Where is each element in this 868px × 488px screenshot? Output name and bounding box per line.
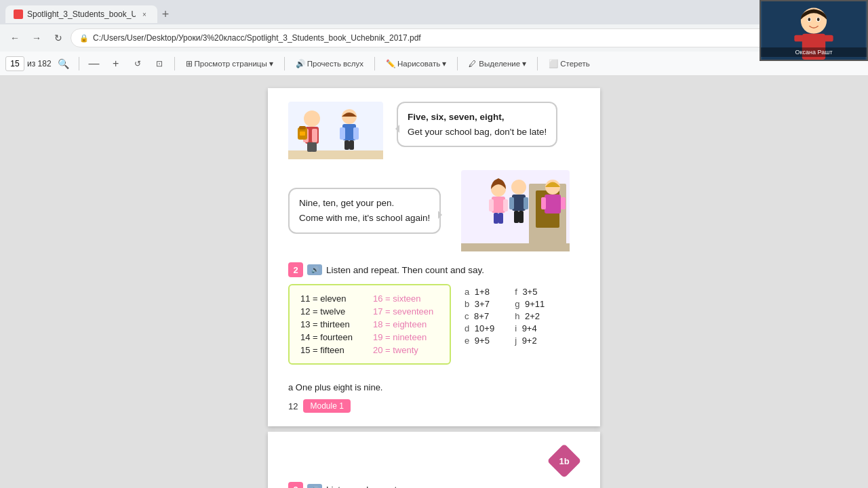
draw-label: Нарисовать xyxy=(397,60,440,68)
view-pages-button[interactable]: ⊞ Просмотр страницы ▾ xyxy=(180,57,279,70)
fit-page-button[interactable]: ⊡ xyxy=(150,54,169,73)
section-2-instruction: Listen and repeat. Then count and say. xyxy=(326,265,484,275)
highlight-icon: 🖊 xyxy=(469,60,477,68)
svg-rect-9 xyxy=(299,126,306,129)
draw-button[interactable]: ✏️ Нарисовать ▾ xyxy=(380,57,452,70)
address-bar[interactable]: 🔒 C:/Users/User/Desktop/Уроки/3%20класс/… xyxy=(71,28,819,47)
num-13: 13 = thirteen xyxy=(300,319,353,329)
ex-e: e 9+5 xyxy=(465,336,494,346)
poem1-line1: Five, six, seven, eight, xyxy=(408,110,547,125)
highlight-label: Выделение xyxy=(479,60,520,68)
poem1-line2: Get your school bag, don't be late! xyxy=(408,125,547,140)
svg-rect-13 xyxy=(340,127,345,140)
back-button[interactable]: ← xyxy=(5,28,24,47)
section-3-instruction: Listen and repeat. xyxy=(326,485,399,489)
search-pdf-button[interactable]: 🔍 xyxy=(54,54,73,73)
audio-icon-3[interactable]: 🔊 xyxy=(307,484,322,488)
view-pages-label: Просмотр страницы xyxy=(195,60,267,68)
webcam-overlay: Оксана Рашт xyxy=(760,0,868,61)
speech-bubble-1: Five, six, seven, eight, Get your school… xyxy=(397,102,557,147)
view-pages-icon: ⊞ xyxy=(186,59,193,68)
ex-d: d 10+9 xyxy=(465,323,494,333)
active-tab[interactable]: Spotlight_3_Students_book_Uch... × xyxy=(5,5,157,23)
page-input[interactable] xyxy=(5,56,24,71)
exercises-area: a 1+8 b 3+7 c 8+7 d 10+9 e 9+5 f 3+5 g 9… xyxy=(465,284,545,346)
page-number-area: 15 из 182 xyxy=(5,56,52,71)
new-tab-button[interactable]: + xyxy=(157,6,174,22)
section-3-number: 3 xyxy=(288,482,303,488)
read-aloud-icon: 🔊 xyxy=(296,59,305,68)
zoom-in-button[interactable]: + xyxy=(106,54,125,73)
draw-icon: ✏️ xyxy=(386,59,395,68)
read-aloud-label: Прочесть вслух xyxy=(307,60,363,68)
svg-rect-16 xyxy=(349,140,354,150)
ex-b: b 3+7 xyxy=(465,299,494,309)
svg-rect-32 xyxy=(519,211,524,223)
pdf-viewer[interactable]: Five, six, seven, eight, Get your school… xyxy=(0,76,868,488)
ex-a: a 1+8 xyxy=(465,287,494,297)
browser-chrome: Spotlight_3_Students_book_Uch... × + ← →… xyxy=(0,0,868,76)
tab-close-button[interactable]: × xyxy=(140,9,149,19)
highlight-button[interactable]: 🖊 Выделение ▾ xyxy=(463,57,532,70)
svg-rect-1 xyxy=(288,150,383,159)
num-15: 15 = fifteen xyxy=(300,345,353,355)
svg-rect-14 xyxy=(353,127,359,140)
separator-2 xyxy=(174,57,175,70)
audio-icon-2[interactable]: 🔊 xyxy=(307,264,322,275)
address-icon: 🔒 xyxy=(79,34,89,43)
poem-section-bottom: Nine, ten, get your pen. Come with me, i… xyxy=(288,170,580,251)
address-text: C:/Users/User/Desktop/Уроки/3%20класс/Sp… xyxy=(93,33,421,43)
separator-3 xyxy=(284,57,285,70)
pdf-page-1: Five, six, seven, eight, Get your school… xyxy=(268,88,600,426)
numbers-col-right: 16 = sixteen 17 = seventeen 18 = eightee… xyxy=(373,293,433,355)
separator-5 xyxy=(457,57,458,70)
tab-favicon xyxy=(14,9,23,19)
page-footer: 12 Module 1 xyxy=(288,399,580,413)
pdf-toolbar: 15 из 182 🔍 — + ↺ ⊡ ⊞ Просмотр страницы … xyxy=(0,52,868,76)
svg-point-2 xyxy=(304,110,320,127)
erase-button[interactable]: ⬜ Стереть xyxy=(543,57,595,70)
svg-rect-10 xyxy=(300,131,305,136)
svg-rect-36 xyxy=(561,197,566,209)
num-17: 17 = seventeen xyxy=(373,306,433,317)
read-aloud-button[interactable]: 🔊 Прочесть вслух xyxy=(290,57,369,70)
num-12: 12 = twelve xyxy=(300,306,353,317)
section-2-number: 2 xyxy=(288,262,303,277)
diamond-wrapper: 1b xyxy=(288,445,580,476)
svg-rect-52 xyxy=(824,35,833,42)
svg-rect-26 xyxy=(498,213,503,224)
svg-rect-5 xyxy=(312,129,317,142)
pdf-page-2: 1b 3 🔊 Listen and repeat. Ee 25... xyxy=(268,432,600,488)
ex-g: g 9+11 xyxy=(515,299,545,309)
svg-rect-23 xyxy=(489,199,494,211)
num-19: 19 = nineteen xyxy=(373,332,433,342)
num-14: 14 = fourteen xyxy=(300,332,353,342)
bubble-tail-2 xyxy=(438,211,446,219)
zoom-reset-button[interactable]: ↺ xyxy=(128,54,147,73)
main-area: Five, six, seven, eight, Get your school… xyxy=(0,76,868,488)
exercises-left: a 1+8 b 3+7 c 8+7 d 10+9 e 9+5 xyxy=(465,287,494,346)
ex-h: h 2+2 xyxy=(515,311,545,321)
svg-rect-51 xyxy=(794,35,803,42)
ex-f: f 3+5 xyxy=(515,287,545,297)
separator-6 xyxy=(537,57,538,70)
poem-section-top: Five, six, seven, eight, Get your school… xyxy=(288,102,580,159)
poem2-line1: Nine, ten, get your pen. xyxy=(299,196,430,211)
separator-1 xyxy=(79,57,79,70)
svg-rect-7 xyxy=(311,142,317,152)
svg-rect-31 xyxy=(514,211,519,223)
erase-label: Стереть xyxy=(560,60,590,68)
view-pages-chevron: ▾ xyxy=(269,59,273,68)
svg-point-56 xyxy=(817,18,820,21)
illustration-school xyxy=(461,170,570,251)
diamond-badge-container: 1b xyxy=(549,445,580,476)
zoom-out-button[interactable]: — xyxy=(85,54,104,73)
forward-button[interactable]: → xyxy=(27,28,46,47)
num-20: 20 = twenty xyxy=(373,345,433,355)
svg-rect-30 xyxy=(524,197,528,209)
svg-point-55 xyxy=(808,18,810,21)
speech-bubble-2: Nine, ten, get your pen. Come with me, i… xyxy=(288,188,441,233)
reload-button[interactable]: ↻ xyxy=(49,28,68,47)
diamond-label: 1b xyxy=(559,456,569,466)
num-11: 11 = eleven xyxy=(300,293,353,304)
